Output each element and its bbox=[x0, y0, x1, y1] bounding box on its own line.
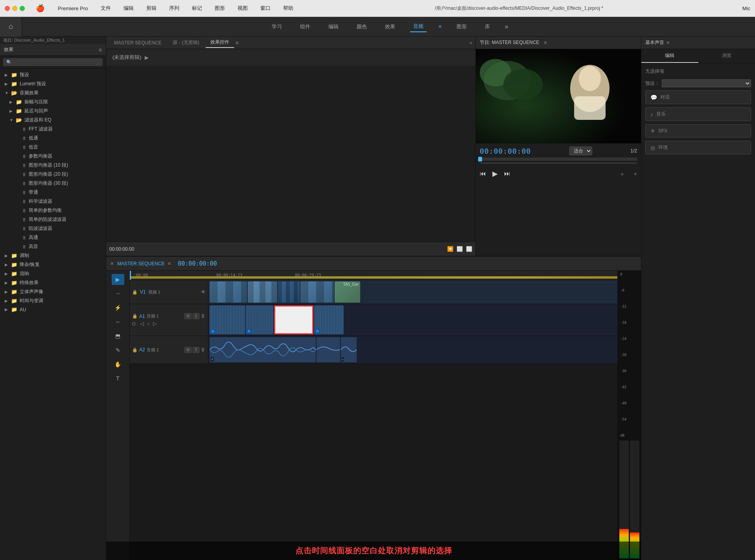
video-clip-1[interactable] bbox=[210, 281, 247, 303]
menu-help[interactable]: 帮助 bbox=[281, 4, 296, 13]
tree-item-FFT-滤波器[interactable]: 🎚FFT 滤波器 bbox=[0, 125, 106, 134]
menu-premiere-pro[interactable]: Premiere Pro bbox=[55, 5, 90, 12]
menu-file[interactable]: 文件 bbox=[98, 4, 113, 13]
menu-graphics[interactable]: 图形 bbox=[212, 4, 227, 13]
video-clip-5[interactable]: TA5_Gar bbox=[335, 281, 360, 303]
menu-marker[interactable]: 标记 bbox=[190, 4, 204, 13]
video-clip-4[interactable] bbox=[300, 281, 334, 303]
a1-sync-icon[interactable]: ◁ bbox=[140, 321, 144, 327]
source-no-clip-tab[interactable]: 源：(无剪辑) bbox=[168, 38, 204, 48]
a2-lock-icon[interactable]: 🔒 bbox=[132, 347, 138, 353]
step-fwd-button[interactable]: ⏭ bbox=[504, 170, 510, 177]
timeline-close-icon[interactable]: ✕ bbox=[110, 261, 114, 266]
sound-type-music[interactable]: ♪ 音乐 bbox=[645, 107, 751, 121]
effects-panel-menu-icon[interactable]: ≡ bbox=[99, 47, 102, 53]
sound-type-dialog[interactable]: 💬 对话 bbox=[645, 90, 751, 104]
a2-content[interactable]: ▪ bbox=[208, 336, 617, 364]
type-tool[interactable]: T bbox=[112, 373, 124, 384]
a2-clip-1[interactable]: ▪ bbox=[210, 337, 316, 362]
tab-edit[interactable]: 编辑 bbox=[641, 49, 698, 63]
a1-meter-icon[interactable]: ○ bbox=[147, 321, 150, 327]
filter-icon[interactable]: 🔽 bbox=[447, 246, 453, 252]
export-icon[interactable]: ⬜ bbox=[457, 246, 463, 252]
hand-tool[interactable]: ✋ bbox=[112, 359, 124, 370]
pen-tool[interactable]: ✎ bbox=[112, 345, 124, 356]
menu-window[interactable]: 窗口 bbox=[258, 4, 273, 13]
nav-effects[interactable]: 效果 bbox=[382, 22, 398, 32]
tree-item-降杂/恢复[interactable]: ▶📁降杂/恢复 bbox=[0, 260, 106, 269]
close-button[interactable] bbox=[5, 6, 10, 11]
v1-lock-icon[interactable]: 🔒 bbox=[132, 290, 138, 295]
tree-item-图形均衡器-(30-段)[interactable]: 🎚图形均衡器 (30 段) bbox=[0, 179, 106, 188]
preset-select[interactable] bbox=[662, 79, 751, 87]
nav-more-icon[interactable]: » bbox=[505, 23, 508, 30]
tab-browse[interactable]: 浏览 bbox=[698, 49, 755, 63]
home-button[interactable]: ⌂ bbox=[0, 17, 22, 37]
tree-item-陷波滤波器[interactable]: 🎚陷波滤波器 bbox=[0, 224, 106, 233]
sound-type-ambient[interactable]: ◎ 环境 bbox=[645, 141, 751, 154]
a2-clip-3[interactable]: ▪ bbox=[341, 337, 357, 362]
tree-item-Lumetri-预设[interactable]: ▶📁Lumetri 预设 bbox=[0, 79, 106, 88]
video-clip-3[interactable] bbox=[278, 281, 300, 303]
effects-search-input[interactable] bbox=[14, 59, 99, 65]
a1-clip-selected[interactable] bbox=[274, 305, 313, 334]
a1-clip-1[interactable]: fx bbox=[210, 305, 245, 334]
nav-color[interactable]: 颜色 bbox=[354, 22, 370, 32]
a2-s-button[interactable]: S bbox=[193, 347, 199, 353]
tree-item-滤波器和-EQ[interactable]: ▼📂滤波器和 EQ bbox=[0, 116, 106, 125]
nav-edit[interactable]: 编辑 bbox=[325, 22, 342, 32]
menu-clip[interactable]: 剪辑 bbox=[144, 4, 159, 13]
right-panel-menu-icon[interactable]: ≡ bbox=[667, 40, 670, 46]
source-sequence-tab[interactable]: MASTER SEQUENCE bbox=[109, 39, 166, 47]
playhead-thumb[interactable] bbox=[478, 157, 482, 162]
a2-m-button[interactable]: M bbox=[184, 347, 192, 353]
a1-content[interactable]: fx fx bbox=[208, 304, 617, 336]
tree-item-音频效果[interactable]: ▼📂音频效果 bbox=[0, 88, 106, 97]
tree-item-时间与变调[interactable]: ▶📁时间与变调 bbox=[0, 296, 106, 305]
sound-type-sfx[interactable]: ✳ SFX bbox=[645, 124, 751, 138]
step-back-button[interactable]: ⏮ bbox=[480, 170, 486, 177]
tree-item-参数均衡器[interactable]: 🎚参数均衡器 bbox=[0, 152, 106, 161]
v1-content[interactable]: TA5_Gar bbox=[208, 280, 617, 304]
timeline-timecode[interactable]: 00:00:00:00 bbox=[174, 260, 221, 267]
tree-item-调制[interactable]: ▶📁调制 bbox=[0, 251, 106, 260]
tree-item-振幅与压限[interactable]: ▶📁振幅与压限 bbox=[0, 97, 106, 106]
controls-more[interactable]: » bbox=[621, 171, 624, 177]
tree-item-低通[interactable]: 🎚低通 bbox=[0, 134, 106, 143]
tree-item-特殊效果[interactable]: ▶📁特殊效果 bbox=[0, 278, 106, 287]
tree-item-简单的参数均衡[interactable]: 🎚简单的参数均衡 bbox=[0, 206, 106, 215]
v1-visibility-icon[interactable]: 👁 bbox=[201, 289, 206, 295]
menu-view[interactable]: 视图 bbox=[235, 4, 250, 13]
ripple-tool[interactable]: → bbox=[112, 288, 124, 299]
tree-item-预设[interactable]: ▶📁预设 bbox=[0, 70, 106, 79]
menu-edit[interactable]: 编辑 bbox=[121, 4, 136, 13]
nav-assembly[interactable]: 组件 bbox=[297, 22, 313, 32]
razor-tool[interactable]: ⚡ bbox=[112, 302, 124, 313]
tree-item-立体声声像[interactable]: ▶📁立体声声像 bbox=[0, 287, 106, 296]
a1-mic-icon[interactable]: 🎙 bbox=[201, 313, 206, 319]
share-icon[interactable]: ⬜ bbox=[466, 246, 472, 252]
tree-item-科学滤波器[interactable]: 🎚科学滤波器 bbox=[0, 197, 106, 206]
slip-tool[interactable]: ⬒ bbox=[112, 330, 124, 342]
effect-controls-tab[interactable]: 效果控件 bbox=[206, 37, 234, 48]
nav-graphics[interactable]: 图形 bbox=[453, 22, 470, 32]
tree-item-混响[interactable]: ▶📁混响 bbox=[0, 269, 106, 278]
tree-item-高通[interactable]: 🎚高通 bbox=[0, 233, 106, 242]
timeline-menu-icon[interactable]: ≡ bbox=[168, 261, 171, 266]
tree-item-图形均衡器-(10-段)[interactable]: 🎚图形均衡器 (10 段) bbox=[0, 161, 106, 170]
minimize-button[interactable] bbox=[12, 6, 17, 11]
tree-item-简单的陷波滤波器[interactable]: 🎚简单的陷波滤波器 bbox=[0, 215, 106, 224]
a1-s-button[interactable]: S bbox=[193, 313, 199, 319]
maximize-button[interactable] bbox=[20, 6, 25, 11]
a2-mic-icon[interactable]: 🎙 bbox=[201, 347, 206, 353]
a1-lock-icon[interactable]: 🔒 bbox=[132, 314, 138, 319]
a1-clip-2[interactable]: fx bbox=[246, 305, 273, 334]
tree-item-图形均衡器-(20-段)[interactable]: 🎚图形均衡器 (20 段) bbox=[0, 170, 106, 179]
menu-sequence[interactable]: 序列 bbox=[167, 4, 182, 13]
a1-clip-3[interactable]: fx bbox=[314, 305, 344, 334]
playhead-bar[interactable] bbox=[480, 158, 637, 161]
add-button[interactable]: + bbox=[634, 171, 637, 177]
tree-item-AU[interactable]: ▶📁AU bbox=[0, 305, 106, 314]
a1-right-icon[interactable]: ▷ bbox=[153, 321, 157, 327]
a1-m-button[interactable]: M bbox=[184, 313, 192, 319]
